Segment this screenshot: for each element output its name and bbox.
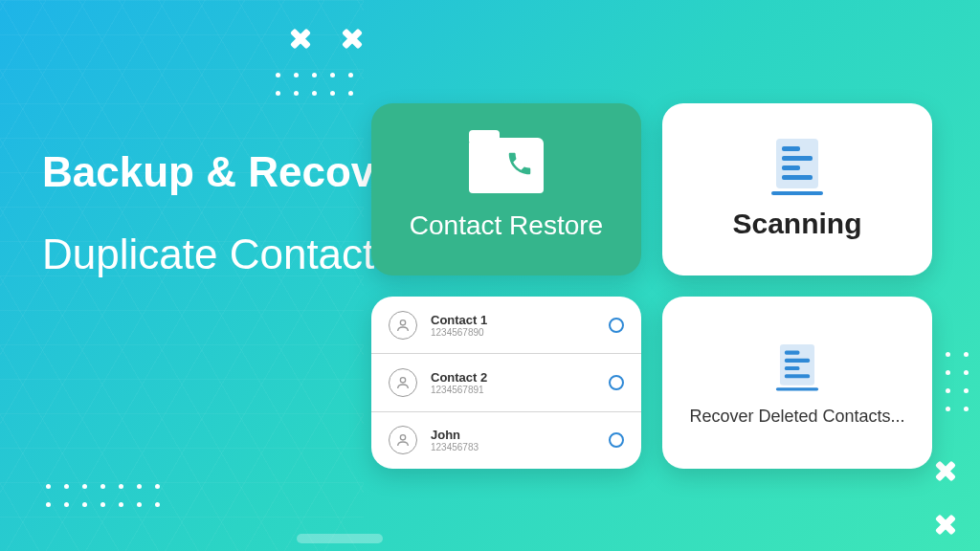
- contact-name: Contact 1: [431, 313, 609, 327]
- contact-radio[interactable]: [609, 432, 624, 448]
- contact-radio[interactable]: [609, 375, 624, 390]
- document-scan-icon: [771, 139, 823, 192]
- scanning-card[interactable]: Scanning: [662, 103, 932, 276]
- dot-grid-decoration: [276, 73, 353, 96]
- contact-number: 1234567891: [431, 385, 609, 395]
- x-decoration-icon: [934, 459, 957, 482]
- contact-info: John 123456783: [431, 428, 609, 452]
- x-decoration-icon: [341, 27, 364, 50]
- contact-info: Contact 2 1234567891: [431, 370, 609, 395]
- svg-point-0: [400, 320, 405, 324]
- contact-number: 123456783: [431, 442, 609, 452]
- document-icon: [776, 344, 818, 388]
- contact-row[interactable]: Contact 1 1234567890: [371, 297, 641, 354]
- x-decoration-icon: [289, 27, 312, 50]
- contact-radio[interactable]: [609, 318, 624, 333]
- bottom-line-decoration: [297, 534, 383, 543]
- contact-info: Contact 1 1234567890: [431, 313, 609, 338]
- svg-point-2: [400, 435, 405, 440]
- folder-phone-icon: [469, 138, 544, 193]
- contact-number: 1234567890: [431, 327, 609, 338]
- x-decoration-icon: [934, 513, 957, 536]
- svg-point-1: [400, 378, 405, 383]
- contact-list-card[interactable]: Contact 1 1234567890 Contact 2 123456789…: [371, 297, 641, 469]
- contact-row[interactable]: John 123456783: [371, 412, 641, 469]
- recover-deleted-card[interactable]: Recover Deleted Contacts...: [662, 297, 932, 469]
- contact-name: John: [431, 428, 609, 442]
- dot-grid-decoration: [927, 352, 969, 411]
- contact-name: Contact 2: [431, 370, 609, 385]
- contact-row[interactable]: Contact 2 1234567891: [371, 354, 641, 411]
- avatar-icon: [389, 311, 417, 340]
- scanning-label: Scanning: [732, 208, 861, 240]
- contact-restore-label: Contact Restore: [410, 210, 603, 241]
- dot-grid-decoration: [46, 484, 160, 507]
- avatar-icon: [389, 368, 417, 397]
- recover-label: Recover Deleted Contacts...: [689, 407, 904, 427]
- cards-grid: Contact Restore Scanning Contact 1 12345…: [371, 103, 932, 469]
- contact-restore-card[interactable]: Contact Restore: [371, 103, 641, 276]
- avatar-icon: [389, 426, 417, 454]
